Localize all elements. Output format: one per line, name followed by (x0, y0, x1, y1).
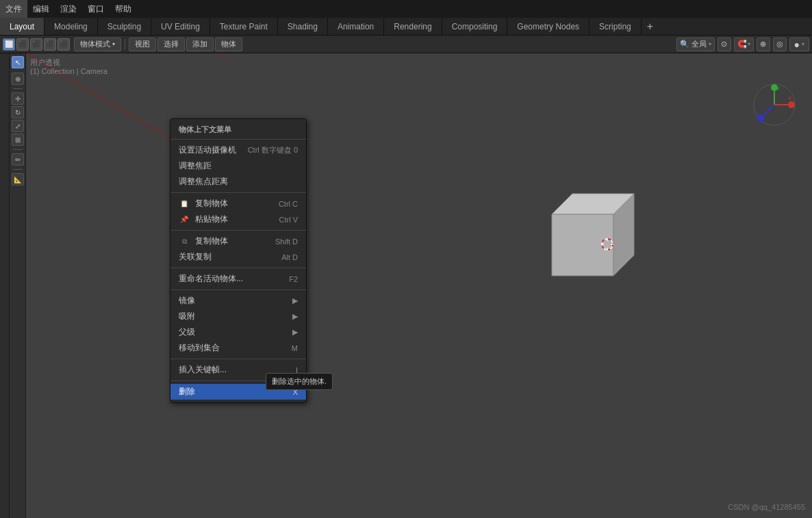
shading-dropdown[interactable]: ● ▾ (789, 38, 809, 51)
left-sidebar-toggle (0, 53, 10, 518)
proportional-edit-btn[interactable]: ⊙ (718, 38, 731, 51)
annotate-tool[interactable]: ✏ (12, 153, 24, 166)
menu-edit[interactable]: 编辑 (27, 0, 55, 18)
tab-sculpting[interactable]: Sculpting (98, 18, 151, 35)
move-tool[interactable]: ✛ (12, 92, 24, 105)
3d-cube (531, 177, 641, 283)
svg-text:Z: Z (756, 112, 759, 118)
viewport-icon-2[interactable]: ⬛ (16, 38, 29, 51)
tab-texture-paint[interactable]: Texture Paint (210, 18, 278, 35)
collection-label: (1) Collection | Camera (30, 67, 107, 75)
ctx-sep-1 (170, 192, 306, 193)
ctx-item-snap[interactable]: 吸附 ▶ (170, 309, 306, 324)
scene-dropdown[interactable]: 🔍 全局 ▾ (676, 38, 715, 51)
view-menu[interactable]: 视图 (129, 38, 156, 51)
rotate-tool[interactable]: ↻ (12, 106, 24, 118)
viewport-icon-1[interactable]: ⬜ (3, 38, 15, 51)
ctx-item-copy[interactable]: 📋 复制物体 Ctrl C (170, 196, 306, 211)
top-menu-bar: 文件 编辑 渲染 窗口 帮助 (0, 0, 812, 18)
object-menu[interactable]: 物体 (215, 38, 242, 51)
ctx-item-delete[interactable]: 删除 X (170, 384, 306, 400)
viewport-3d[interactable]: 用户透视 (1) Collection | Camera (26, 53, 812, 518)
context-menu-title: 物体上下文菜单 (170, 122, 306, 140)
object-mode-dropdown[interactable]: 物体模式 ▾ (74, 38, 121, 51)
tab-compositing[interactable]: Compositing (442, 18, 508, 35)
menu-help[interactable]: 帮助 (110, 0, 137, 18)
ctx-item-parent[interactable]: 父级 ▶ (170, 324, 306, 340)
ctx-sep-4 (170, 289, 306, 290)
ctx-item-linked-dup[interactable]: 关联复制 Alt D (170, 249, 306, 265)
ctx-item-focal-length[interactable]: 调整焦距 (170, 158, 306, 174)
tab-geometry-nodes[interactable]: Geometry Nodes (507, 18, 589, 35)
tool-separator-2 (13, 149, 23, 150)
measure-tool[interactable]: 📐 (12, 173, 24, 185)
ctx-sep-3 (170, 268, 306, 268)
separator-1 (125, 39, 125, 50)
cursor-svg (600, 237, 615, 252)
watermark: CSDN @qq_41285455 (728, 503, 805, 511)
tabs-bar: Layout Modeling Sculpting UV Editing Tex… (0, 18, 812, 36)
select-menu[interactable]: 选择 (157, 38, 185, 51)
transform-tool[interactable]: ⊞ (12, 133, 24, 146)
cursor-tool[interactable]: ⊕ (12, 73, 24, 85)
menu-render[interactable]: 渲染 (55, 0, 82, 18)
ctx-item-set-camera[interactable]: 设置活动摄像机 Ctrl 数字键盘 0 (170, 142, 306, 158)
ctx-item-dof[interactable]: 调整焦点距离 (170, 174, 306, 190)
ctx-item-rename[interactable]: 重命名活动物体... F2 (170, 271, 306, 287)
svg-point-39 (788, 101, 795, 108)
xray-btn[interactable]: ◎ (773, 38, 787, 51)
overlay-btn[interactable]: ⊕ (757, 38, 770, 51)
ctx-item-duplicate[interactable]: ⧉ 复制物体 Shift D (170, 233, 306, 249)
cube-svg (531, 177, 641, 283)
ctx-item-insert-keyframe[interactable]: 插入关键帧... I (170, 362, 306, 378)
tab-shading[interactable]: Shading (278, 18, 328, 35)
context-menu: 物体上下文菜单 设置活动摄像机 Ctrl 数字键盘 0 调整焦距 调整焦点距离 … (170, 118, 307, 403)
view-mode-label: 用户透视 (30, 57, 60, 68)
ctx-sep-5 (170, 359, 306, 359)
ctx-sep-2 (170, 230, 306, 231)
tool-separator (13, 88, 23, 89)
left-tool-strip: ↖ ⊕ ✛ ↻ ⤢ ⊞ ✏ 📐 (10, 53, 26, 518)
3d-cursor (600, 237, 615, 252)
menu-window[interactable]: 窗口 (82, 0, 110, 18)
tab-scripting[interactable]: Scripting (589, 18, 642, 35)
viewport-icon-4[interactable]: ⬛ (44, 38, 56, 51)
tab-uv-editing[interactable]: UV Editing (151, 18, 210, 35)
svg-text:Y: Y (776, 86, 781, 92)
tool-separator-3 (13, 169, 23, 170)
snap-group[interactable]: 🧲 ▾ (734, 38, 754, 51)
menu-file[interactable]: 文件 (0, 0, 27, 18)
add-menu[interactable]: 添加 (186, 38, 214, 51)
ctx-item-mirror[interactable]: 镜像 ▶ (170, 293, 306, 309)
viewport-icon-3[interactable]: ⬛ (30, 38, 42, 51)
viewport-icon-5[interactable]: ⬛ (58, 38, 70, 51)
tab-modeling[interactable]: Modeling (45, 18, 98, 35)
second-toolbar: ⬜ ⬛ ⬛ ⬛ ⬛ 物体模式 ▾ 视图 选择 添加 物体 🔍 全局 ▾ ⊙ 🧲 … (0, 36, 812, 53)
svg-text:X: X (788, 95, 792, 101)
gizmo-svg: X Y Z (750, 81, 798, 129)
tab-rendering[interactable]: Rendering (384, 18, 442, 35)
ctx-item-move-to-collection[interactable]: 移动到集合 M (170, 340, 306, 356)
viewport-gizmo[interactable]: X Y Z (750, 81, 798, 131)
select-tool[interactable]: ↖ (12, 56, 24, 68)
tab-add-button[interactable]: + (642, 18, 659, 35)
tab-layout[interactable]: Layout (0, 18, 45, 35)
tab-animation[interactable]: Animation (328, 18, 384, 35)
ctx-item-paste[interactable]: 📌 粘贴物体 Ctrl V (170, 211, 306, 227)
ctx-sep-6 (170, 380, 306, 381)
toolbar-right: 🔍 全局 ▾ ⊙ 🧲 ▾ ⊕ ◎ ● ▾ (676, 38, 809, 51)
scale-tool[interactable]: ⤢ (12, 120, 24, 132)
